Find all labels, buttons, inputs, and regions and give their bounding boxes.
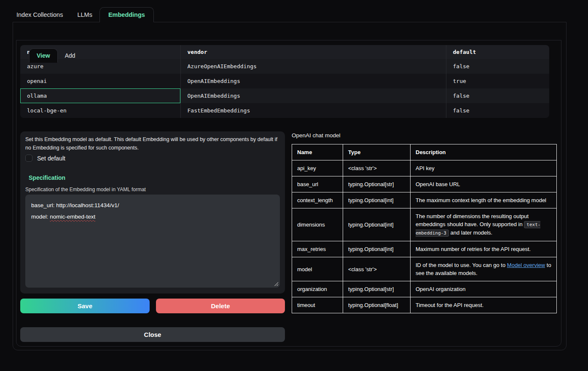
param-desc: OpenAI organization bbox=[411, 281, 557, 297]
spec-yaml-textarea[interactable]: base_url: http://localhost:11434/v1/ mod… bbox=[25, 195, 280, 288]
param-name: max_retries bbox=[292, 241, 343, 257]
resize-handle-icon[interactable] bbox=[274, 282, 278, 286]
column-header-name: Name bbox=[292, 144, 343, 160]
param-row-timeout: timeout typing.Optional[float] Timeout f… bbox=[292, 297, 557, 313]
cell-default[interactable]: false bbox=[446, 59, 549, 74]
param-desc: Maximum number of retries for the API re… bbox=[411, 241, 557, 257]
tab-embeddings[interactable]: Embeddings bbox=[99, 7, 154, 22]
param-row-model: model <class 'str'> ID of the model to u… bbox=[292, 257, 557, 281]
param-type: typing.Optional[str] bbox=[343, 281, 411, 297]
param-row-max_retries: max_retries typing.Optional[int] Maximum… bbox=[292, 241, 557, 257]
embeddings-table-header: name vendor default bbox=[20, 45, 549, 59]
tab-llms[interactable]: LLMs bbox=[70, 7, 99, 22]
param-desc: The number of dimensions the resulting o… bbox=[411, 208, 557, 241]
set-default-checkbox-row[interactable]: Set default bbox=[25, 155, 65, 162]
view-add-tabbar: View Add bbox=[29, 48, 83, 63]
tab-index-collections[interactable]: Index Collections bbox=[13, 7, 70, 22]
param-type: <class 'str'> bbox=[343, 257, 411, 281]
set-default-checkbox[interactable] bbox=[25, 155, 32, 162]
param-row-api_key: api_key <class 'str'> API key bbox=[292, 160, 557, 176]
tab-add[interactable]: Add bbox=[58, 48, 83, 63]
param-name: model bbox=[292, 257, 343, 281]
specification-title: Specification bbox=[29, 174, 65, 181]
embeddings-table: name vendor default azure AzureOpenAIEmb… bbox=[20, 45, 549, 118]
cell-default[interactable]: false bbox=[446, 103, 549, 118]
param-type: typing.Optional[int] bbox=[343, 208, 411, 241]
param-desc: API key bbox=[411, 160, 557, 176]
param-type: typing.Optional[str] bbox=[343, 176, 411, 192]
param-desc: Timeout for the API request. bbox=[411, 297, 557, 313]
save-button[interactable]: Save bbox=[20, 299, 150, 313]
yaml-line-2: model: nomic-embed-text bbox=[31, 211, 274, 222]
embeddings-panel: View Add name vendor default azure Azure… bbox=[13, 22, 567, 350]
column-header-description: Description bbox=[411, 144, 557, 160]
table-row-ollama-selected[interactable]: ollama OpenAIEmbeddings false bbox=[20, 88, 549, 103]
param-row-context_length: context_length typing.Optional[int] The … bbox=[292, 192, 557, 208]
table-row-azure[interactable]: azure AzureOpenAIEmbeddings false bbox=[20, 59, 549, 74]
specification-help-text: Specification of the Embedding model in … bbox=[25, 187, 146, 192]
param-desc: OpenAI base URL bbox=[411, 176, 557, 192]
param-desc: The maximum context length of the embedd… bbox=[411, 192, 557, 208]
delete-button[interactable]: Delete bbox=[156, 299, 285, 313]
cell-default[interactable]: true bbox=[446, 74, 549, 88]
set-default-label: Set default bbox=[37, 155, 65, 162]
cell-name[interactable]: openai bbox=[20, 74, 180, 88]
param-type: typing.Optional[int] bbox=[343, 241, 411, 257]
params-table-header: Name Type Description bbox=[292, 144, 557, 160]
param-type: typing.Optional[int] bbox=[343, 192, 411, 208]
param-name: timeout bbox=[292, 297, 343, 313]
docs-panel-title: OpenAI chat model bbox=[292, 132, 341, 139]
param-name: base_url bbox=[292, 176, 343, 192]
cell-vendor[interactable]: OpenAIEmbeddings bbox=[180, 74, 446, 88]
column-header-vendor: vendor bbox=[180, 45, 446, 59]
cell-name-selected[interactable]: ollama bbox=[20, 88, 180, 103]
tab-view[interactable]: View bbox=[29, 48, 58, 63]
param-row-base_url: base_url typing.Optional[str] OpenAI bas… bbox=[292, 176, 557, 192]
param-row-organization: organization typing.Optional[str] OpenAI… bbox=[292, 281, 557, 297]
cell-default[interactable]: false bbox=[446, 88, 549, 103]
set-default-description: Set this Embedding model as default. Thi… bbox=[25, 135, 278, 152]
view-panel: name vendor default azure AzureOpenAIEmb… bbox=[16, 40, 561, 347]
table-row-openai[interactable]: openai OpenAIEmbeddings true bbox=[20, 74, 549, 88]
main-tabbar: Index Collections LLMs Embeddings bbox=[13, 7, 154, 22]
column-header-default: default bbox=[446, 45, 549, 59]
app-root: Index Collections LLMs Embeddings View A… bbox=[0, 0, 588, 371]
cell-vendor[interactable]: AzureOpenAIEmbeddings bbox=[180, 59, 446, 74]
model-params-table: Name Type Description api_key <class 'st… bbox=[292, 144, 557, 313]
column-header-type: Type bbox=[343, 144, 411, 160]
cell-vendor[interactable]: OpenAIEmbeddings bbox=[180, 88, 446, 103]
model-overview-link[interactable]: Model overview bbox=[507, 262, 545, 268]
misspelled-word: nomic-embed-text bbox=[50, 214, 95, 220]
close-button[interactable]: Close bbox=[20, 327, 285, 342]
cell-name[interactable]: local-bge-en bbox=[20, 103, 180, 118]
param-type: typing.Optional[float] bbox=[343, 297, 411, 313]
default-spec-panel: Set this Embedding model as default. Thi… bbox=[20, 131, 285, 294]
param-type: <class 'str'> bbox=[343, 160, 411, 176]
param-row-dimensions: dimensions typing.Optional[int] The numb… bbox=[292, 208, 557, 241]
param-name: organization bbox=[292, 281, 343, 297]
param-name: dimensions bbox=[292, 208, 343, 241]
table-row-local-bge-en[interactable]: local-bge-en FastEmbedEmbeddings false bbox=[20, 103, 549, 118]
param-name: context_length bbox=[292, 192, 343, 208]
param-name: api_key bbox=[292, 160, 343, 176]
cell-vendor[interactable]: FastEmbedEmbeddings bbox=[180, 103, 446, 118]
yaml-line-1: base_url: http://localhost:11434/v1/ bbox=[31, 200, 274, 211]
param-desc: ID of the model to use. You can go to Mo… bbox=[411, 257, 557, 281]
